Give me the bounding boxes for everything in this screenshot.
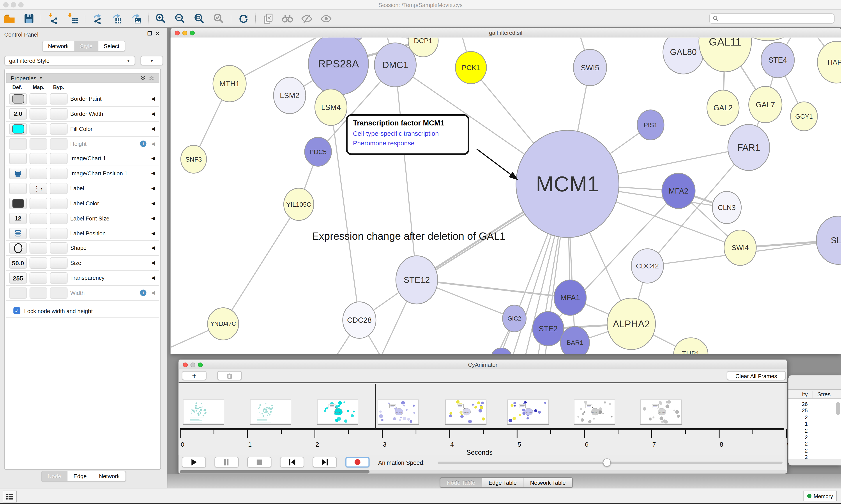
property-row-height[interactable]: Heighti◀	[6, 137, 159, 151]
annotation-link[interactable]: Cell-type-specific transcription	[353, 129, 462, 138]
map-cell[interactable]	[30, 272, 47, 284]
map-cell[interactable]	[30, 153, 47, 164]
tab-network[interactable]: Network	[93, 471, 125, 481]
property-row-label-font-size[interactable]: 12Label Font Size◀	[6, 211, 159, 226]
property-row-label-position[interactable]: Label Position◀	[6, 226, 159, 241]
expand-row-icon[interactable]: ◀	[151, 245, 155, 250]
node-FAR1[interactable]: FAR1	[728, 124, 770, 170]
network-edge[interactable]	[395, 65, 417, 280]
property-row-label-color[interactable]: Label Color◀	[6, 196, 159, 211]
info-icon[interactable]: i	[140, 289, 146, 296]
style-options-button[interactable]: ▼	[141, 56, 163, 66]
cyanimator-titlebar[interactable]: CyAnimator	[179, 360, 787, 370]
tab-node-table[interactable]: Node Table	[441, 478, 482, 487]
def-cell[interactable]	[9, 183, 27, 194]
tab-edge[interactable]: Edge	[68, 471, 93, 481]
eye-button[interactable]	[318, 12, 335, 26]
eye-hidden-button[interactable]	[298, 12, 315, 26]
def-cell[interactable]	[9, 168, 27, 179]
expand-row-icon[interactable]: ◀	[151, 111, 155, 116]
tab-network-table[interactable]: Network Table	[524, 478, 572, 487]
map-cell[interactable]	[30, 257, 47, 269]
tab-node[interactable]: Node	[42, 471, 68, 481]
network-canvas[interactable]: DCP1RPS28ADMC1PCK1SWI5GAL80GAL11STE4HAP2…	[171, 37, 841, 354]
frame-thumbnail-1[interactable]	[250, 399, 291, 424]
node-GAL2[interactable]: GAL2	[707, 90, 739, 125]
node-MFA2[interactable]: MFA2	[662, 173, 695, 209]
export-table-button[interactable]	[108, 12, 125, 26]
node-PIS1[interactable]: PIS1	[637, 110, 664, 140]
node-GAL7[interactable]: GAL7	[749, 86, 782, 123]
memory-button[interactable]: Memory	[804, 491, 837, 501]
node-SWI5[interactable]: SWI5	[573, 49, 607, 86]
frame-thumbnail-6[interactable]: MCM1	[574, 399, 615, 424]
stop-button[interactable]	[247, 457, 271, 468]
export-image-button[interactable]	[128, 12, 145, 26]
node-RPS28A[interactable]: RPS28A	[308, 37, 369, 95]
byp-cell[interactable]	[50, 108, 68, 119]
node-STE4[interactable]: STE4	[761, 42, 794, 78]
map-cell[interactable]	[30, 108, 47, 119]
frame-thumbnail-0[interactable]	[183, 399, 224, 424]
node-DMC1[interactable]: DMC1	[374, 43, 416, 87]
def-cell[interactable]	[9, 287, 27, 299]
node-GAL80[interactable]: GAL80	[663, 37, 704, 74]
column-header-ity[interactable]: ity	[788, 391, 808, 397]
def-cell[interactable]	[9, 242, 27, 254]
node-HAP2[interactable]: HAP2	[817, 41, 841, 83]
search-input[interactable]	[719, 15, 831, 22]
frame-thumbnail-7[interactable]: MCM1	[640, 399, 682, 424]
property-row-transparency[interactable]: 255Transparency◀	[6, 271, 159, 286]
byp-cell[interactable]	[50, 228, 68, 239]
node-STE12[interactable]: STE12	[396, 256, 437, 304]
lock-size-row[interactable]: ✓ Lock node width and height	[6, 304, 159, 318]
node-TUP1[interactable]: TUP1	[674, 338, 708, 354]
map-cell[interactable]	[30, 168, 47, 179]
def-cell[interactable]	[9, 228, 27, 239]
binoculars-button[interactable]	[279, 12, 296, 26]
search-box[interactable]	[709, 13, 835, 24]
save-button[interactable]	[20, 12, 37, 26]
info-icon[interactable]: i	[140, 140, 146, 146]
def-cell[interactable]	[9, 153, 27, 164]
tab-select[interactable]: Select	[99, 41, 125, 51]
def-cell[interactable]	[9, 198, 27, 209]
map-cell[interactable]	[30, 123, 47, 134]
delete-frame-button[interactable]	[217, 371, 242, 380]
expand-row-icon[interactable]: ◀	[151, 141, 155, 146]
refresh-button[interactable]	[235, 12, 252, 26]
pause-button[interactable]	[215, 457, 239, 468]
style-selector[interactable]: galFiltered Style ▼	[4, 56, 135, 66]
export-network-button[interactable]	[89, 12, 106, 26]
node-GIC2[interactable]: GIC2	[503, 305, 526, 332]
tab-network[interactable]: Network	[43, 41, 75, 51]
map-cell[interactable]	[30, 228, 47, 239]
property-row-border-width[interactable]: 2.0Border Width◀	[6, 107, 159, 122]
byp-cell[interactable]	[50, 93, 68, 105]
expand-row-icon[interactable]: ◀	[151, 201, 155, 206]
byp-cell[interactable]	[50, 272, 68, 284]
expand-row-icon[interactable]: ◀	[151, 186, 155, 191]
frame-thumbnail-4[interactable]: MCM1	[445, 399, 487, 424]
tab-style[interactable]: Style	[74, 41, 99, 51]
timeline[interactable]: 0123456789SecondsMCM1MCM1MCM1MCM1MCM1MCM…	[179, 383, 787, 455]
checkbox-checked-icon[interactable]: ✓	[13, 307, 20, 314]
node-CDC28[interactable]: CDC28	[343, 302, 376, 339]
map-cell[interactable]	[30, 213, 47, 224]
map-cell[interactable]	[30, 93, 47, 105]
property-row-fill-color[interactable]: Fill Color◀	[6, 122, 159, 137]
node-bot1[interactable]	[492, 348, 511, 354]
node-BAR1[interactable]: BAR1	[560, 326, 589, 354]
node-ALPHA2[interactable]: ALPHA2	[607, 298, 655, 350]
zoom-fit-button[interactable]	[191, 12, 208, 26]
zoom-selected-button[interactable]	[210, 12, 227, 26]
frame-thumbnail-5[interactable]: MCM1	[507, 399, 549, 424]
import-table-button[interactable]	[65, 12, 82, 26]
float-panel-icon[interactable]: ❐	[147, 31, 156, 37]
table-scrollbar-thumb[interactable]	[836, 402, 840, 415]
properties-header[interactable]: Properties ▼	[6, 73, 159, 83]
expand-row-icon[interactable]: ◀	[151, 170, 155, 176]
frame-thumbnail-2[interactable]: MCM1	[317, 399, 358, 424]
node-MFA1[interactable]: MFA1	[554, 280, 586, 315]
byp-cell[interactable]	[50, 138, 68, 149]
